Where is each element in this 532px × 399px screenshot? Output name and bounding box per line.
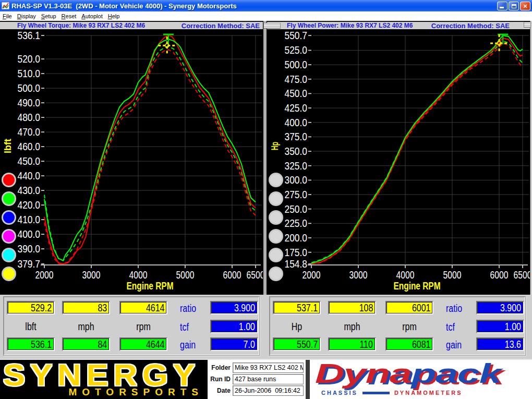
power-ytick-label: 300.0 — [285, 174, 308, 186]
torque-ytick-label: 430.0 — [18, 185, 41, 196]
torque-ytick-label: 480.0 — [18, 112, 41, 123]
app-icon — [2, 2, 9, 9]
torque-run-button-2[interactable] — [3, 192, 16, 205]
app-window: RHAS-SP V1.3-03E (2WD - Motor Vehicle 40… — [0, 0, 532, 399]
menu-autoplot[interactable]: Autoplot — [79, 13, 105, 19]
torque-panel: Fly Wheel Torque: Mike 93 RX7 LS2 402 M6… — [0, 21, 263, 295]
title-bar[interactable]: RHAS-SP V1.3-03E (2WD - Motor Vehicle 40… — [0, 0, 532, 11]
power-run-button-4[interactable] — [270, 230, 283, 243]
power-yellow-value-1-text: 537.1 — [297, 302, 318, 314]
torque-unit-label-mph: mph — [67, 321, 105, 333]
power-yellow-value-3: 6001 — [385, 301, 433, 315]
restore-button[interactable] — [509, 2, 519, 10]
power-ytick-label: 200.0 — [285, 232, 308, 244]
torque-green-value-2: 84 — [62, 337, 110, 351]
power-ytick-label: 225.0 — [285, 217, 308, 229]
run-info-panel: FolderMike 93 RX7 LS2 402 M6Run ID427 ba… — [208, 360, 306, 399]
splitter-grip-icon[interactable] — [263, 23, 281, 29]
menu-bar: FileDisplaySetupResetAutoplotHelp — [0, 11, 532, 21]
power-panel: Fly Wheel Power: Mike 93 RX7 LS2 402 M6 … — [267, 21, 530, 295]
power-yellow-value-1: 537.1 — [273, 301, 321, 315]
power-chart-header: Fly Wheel Power: Mike 93 RX7 LS2 402 M6 … — [267, 21, 530, 29]
torque-tcf-value-text: 1.00 — [239, 321, 255, 333]
power-ytick-label: 375.0 — [285, 131, 308, 142]
power-unit-label-hp: Hp — [277, 321, 316, 333]
power-ytick-label: 275.0 — [285, 189, 308, 200]
power-y-axis-title: Hp — [270, 142, 280, 150]
torque-run-button-1[interactable] — [3, 174, 16, 187]
power-ytick-label: 325.0 — [285, 160, 308, 172]
torque-xtick-label: 4000 — [129, 269, 148, 281]
power-run-button-2[interactable] — [270, 192, 283, 205]
power-ytick-label: 525.0 — [285, 44, 308, 56]
power-tcf-value-text: 1.00 — [505, 321, 521, 333]
power-run-button-6[interactable] — [270, 268, 283, 281]
power-ratio-value: 3.900 — [476, 301, 524, 315]
torque-gain-value: 7.0 — [210, 337, 258, 351]
torque-run-button-4[interactable] — [3, 230, 16, 243]
power-xtick-label: 2000 — [303, 269, 321, 281]
data-panel-area: 529.2834614ratio3.900lbftmphrpmtcf1.0053… — [0, 295, 532, 359]
field-input-folder[interactable]: Mike 93 RX7 LS2 402 M6 — [233, 362, 304, 373]
power-run-button-1[interactable] — [270, 174, 283, 187]
field-input-run-id[interactable]: 427 base runs — [233, 374, 304, 384]
menu-reset[interactable]: Reset — [59, 13, 79, 19]
minimize-button[interactable] — [497, 2, 507, 10]
power-ytick-label: 350.0 — [285, 146, 308, 157]
right-grip-icon[interactable] — [524, 22, 531, 28]
torque-ytick-label: 500.0 — [18, 82, 41, 94]
torque-tcf-value: 1.00 — [210, 320, 258, 333]
close-button[interactable]: × — [520, 2, 530, 10]
menu-setup[interactable]: Setup — [39, 13, 59, 19]
torque-ytick-label: 400.0 — [18, 228, 41, 240]
field-label-run-id: Run ID — [208, 376, 231, 383]
power-run-button-5[interactable] — [270, 249, 283, 262]
power-ytick-label: 425.0 — [285, 102, 308, 114]
field-input-date[interactable]: 26-Jun-2006 09:16:42 — [233, 385, 304, 396]
power-gain-value: 13.6 — [476, 337, 524, 351]
torque-run-button-3[interactable] — [3, 211, 16, 224]
torque-run-button-6[interactable] — [3, 268, 16, 281]
field-label-folder: Folder — [208, 364, 231, 371]
torque-ytick-label: 390.0 — [18, 243, 41, 255]
synergy-motorsports-text: MOTORSPORTS — [0, 386, 203, 398]
power-unit-label-mph: mph — [333, 321, 371, 333]
power-x-axis-title: Engine RPM — [394, 280, 441, 292]
menu-file[interactable]: File — [0, 13, 15, 19]
power-correction-label: Correction Method: SAE — [431, 22, 510, 30]
power-run-button-3[interactable] — [270, 211, 283, 224]
torque-ytick-label: 520.0 — [18, 53, 41, 65]
torque-green-value-1: 536.1 — [7, 337, 55, 351]
power-yellow-value-3-text: 6001 — [412, 302, 430, 314]
torque-run-button-5[interactable] — [3, 249, 16, 262]
power-green-value-3: 6081 — [385, 337, 433, 351]
dynapack-logo-text: Dynapack — [315, 358, 501, 389]
torque-ratio-value-text: 3.900 — [234, 302, 255, 314]
torque-ytick-label: 490.0 — [18, 97, 41, 108]
torque-xtick-label: 2000 — [35, 269, 54, 281]
torque-ytick-label: 379.7 — [18, 258, 41, 270]
torque-ytick-label: 450.0 — [18, 155, 41, 167]
power-data-panel: 537.11086001ratio3.900Hpmphrpmtcf1.00550… — [269, 296, 526, 356]
torque-xtick-label: 3000 — [82, 269, 101, 281]
menu-display[interactable]: Display — [15, 13, 39, 19]
power-green-value-2-text: 110 — [359, 338, 373, 350]
power-gain-value-text: 13.6 — [505, 338, 521, 350]
power-ytick-label: 475.0 — [285, 74, 308, 85]
torque-green-value-3: 4644 — [119, 337, 167, 351]
torque-ytick-label: 410.0 — [18, 214, 41, 225]
torque-gain-label: gain — [180, 339, 196, 351]
power-chart[interactable]: 550.7525.0500.0475.0450.0425.0400.0375.0… — [267, 29, 530, 295]
torque-yellow-value-1: 529.2 — [7, 301, 55, 315]
torque-x-axis-title: Engine RPM — [127, 280, 174, 292]
power-green-value-1: 550.7 — [273, 337, 321, 351]
torque-chart[interactable]: 536.1520.0510.0500.0490.0480.0470.0460.0… — [0, 29, 263, 295]
power-xtick-label: 5000 — [443, 269, 462, 281]
panel-divider[interactable] — [263, 21, 267, 295]
menu-help[interactable]: Help — [105, 13, 123, 19]
power-green-value-3-text: 6081 — [412, 338, 430, 350]
torque-yellow-value-3: 4614 — [119, 301, 167, 315]
torque-ytick-label: 460.0 — [18, 141, 41, 152]
torque-green-value-3-text: 4644 — [146, 338, 164, 350]
power-ytick-label: 175.0 — [285, 247, 308, 258]
